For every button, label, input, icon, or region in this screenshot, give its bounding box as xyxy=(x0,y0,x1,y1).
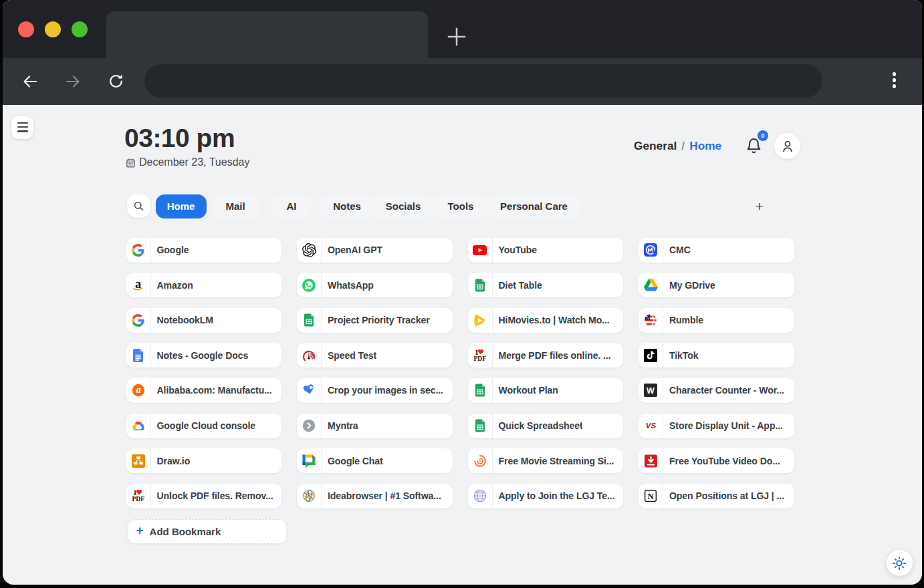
svg-text:VS: VS xyxy=(645,421,656,430)
svg-text:a: a xyxy=(136,384,141,395)
svg-text:PDF: PDF xyxy=(474,355,487,362)
svg-text:PDF: PDF xyxy=(132,496,145,503)
svg-text:N: N xyxy=(648,491,655,501)
svg-text:W: W xyxy=(647,386,655,396)
